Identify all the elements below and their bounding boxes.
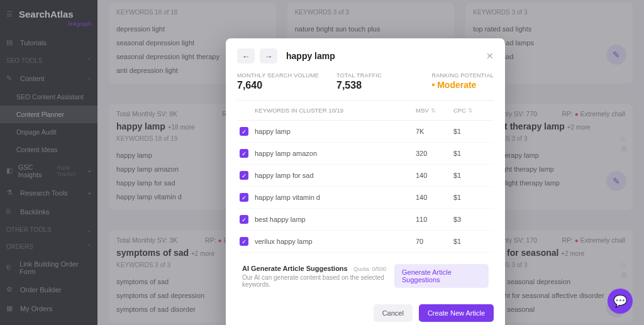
row-msv: 320: [416, 150, 453, 157]
table-header: KEYWORDS IN CLUSTER 10/19 MSV⇅ CPC⇅: [237, 101, 494, 121]
row-cpc: $1: [453, 150, 491, 157]
stat-label: RANKING POTENTIAL: [431, 72, 494, 79]
chat-icon: 💬: [613, 294, 627, 308]
col-msv[interactable]: MSV⇅: [416, 107, 453, 114]
keywords-table: KEYWORDS IN CLUSTER 10/19 MSV⇅ CPC⇅ ✓ ha…: [237, 100, 494, 253]
row-cpc: $3: [453, 216, 491, 223]
row-cpc: $1: [453, 128, 491, 135]
back-button[interactable]: ←: [237, 48, 255, 63]
ai-description: Our AI can generate content based on the…: [242, 274, 394, 288]
generate-suggestions-button[interactable]: Generate Article Suggestions: [394, 264, 489, 288]
ai-title: AI Generate Article Suggestions: [242, 265, 348, 272]
row-cpc: $1: [453, 172, 491, 179]
row-keyword: happy lamp for sad: [255, 172, 416, 179]
stat-traffic: TOTAL TRAFFIC 7,538: [336, 72, 382, 91]
stat-value: Moderate: [431, 80, 494, 90]
col-cpc[interactable]: CPC⇅: [453, 107, 491, 114]
sort-icon: ⇅: [468, 107, 473, 114]
checkbox[interactable]: ✓: [240, 237, 248, 246]
forward-button[interactable]: →: [260, 48, 277, 63]
chat-fab[interactable]: 💬: [608, 289, 633, 314]
table-row[interactable]: ✓ happy lamp 7K $1: [237, 121, 494, 143]
row-keyword: happy lamp vitamin d: [255, 194, 416, 201]
row-msv: 140: [416, 194, 453, 201]
stat-value: 7,538: [336, 80, 382, 91]
ai-quota: Quota: 0/500: [353, 266, 386, 272]
checkbox[interactable]: ✓: [240, 171, 248, 180]
ai-text: AI Generate Article Suggestions Quota: 0…: [242, 264, 394, 288]
row-msv: 70: [416, 238, 453, 245]
sort-icon: ⇅: [431, 107, 436, 114]
modal-footer: Cancel Create New Article: [237, 304, 494, 322]
stat-ranking-potential: RANKING POTENTIAL Moderate: [431, 72, 494, 91]
row-msv: 7K: [416, 128, 453, 135]
row-keyword: happy lamp amazon: [255, 150, 416, 157]
cancel-button[interactable]: Cancel: [374, 304, 413, 322]
checkbox[interactable]: ✓: [240, 149, 248, 158]
table-row[interactable]: ✓ verilux happy lamp 70 $1: [237, 231, 494, 253]
stats-row: MONTHLY SEARCH VOLUME 7,640 TOTAL TRAFFI…: [237, 72, 494, 91]
table-row[interactable]: ✓ happy lamp amazon 320 $1: [237, 143, 494, 165]
stat-msv: MONTHLY SEARCH VOLUME 7,640: [237, 72, 319, 91]
row-cpc: $1: [453, 194, 491, 201]
table-row[interactable]: ✓ best happy lamp 110 $3: [237, 209, 494, 231]
row-keyword: happy lamp: [255, 128, 416, 135]
ai-suggestions-box: AI Generate Article Suggestions Quota: 0…: [237, 258, 494, 294]
row-msv: 110: [416, 216, 453, 223]
modal-header: ← → happy lamp ✕: [237, 48, 494, 63]
checkbox[interactable]: ✓: [240, 127, 248, 136]
modal-title: happy lamp: [286, 51, 335, 61]
stat-label: TOTAL TRAFFIC: [336, 72, 382, 79]
col-keywords[interactable]: KEYWORDS IN CLUSTER 10/19: [255, 107, 416, 114]
table-row[interactable]: ✓ happy lamp vitamin d 140 $1: [237, 187, 494, 209]
row-keyword: best happy lamp: [255, 216, 416, 223]
row-msv: 140: [416, 172, 453, 179]
create-article-button[interactable]: Create New Article: [419, 304, 494, 322]
keyword-cluster-modal: ← → happy lamp ✕ MONTHLY SEARCH VOLUME 7…: [226, 38, 505, 325]
checkbox[interactable]: ✓: [240, 215, 248, 224]
row-keyword: verilux happy lamp: [255, 238, 416, 245]
close-icon[interactable]: ✕: [486, 51, 494, 61]
stat-label: MONTHLY SEARCH VOLUME: [237, 72, 319, 79]
table-row[interactable]: ✓ happy lamp for sad 140 $1: [237, 165, 494, 187]
row-cpc: $1: [453, 238, 491, 245]
stat-value: 7,640: [237, 80, 319, 91]
checkbox[interactable]: ✓: [240, 193, 248, 202]
